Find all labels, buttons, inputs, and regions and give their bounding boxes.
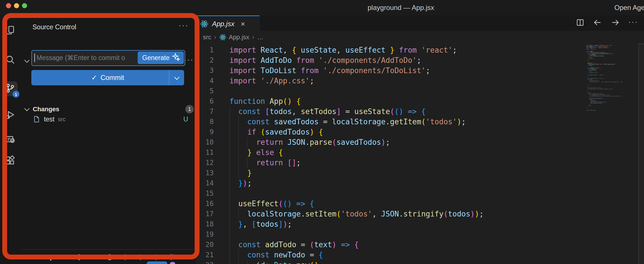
chevron-down-icon bbox=[24, 106, 29, 111]
minimize-window-button[interactable] bbox=[14, 3, 19, 8]
auto-branch-label[interactable]: Auto bbox=[86, 254, 98, 261]
background-window-edge bbox=[638, 44, 644, 264]
code-line[interactable]: 6function App() { bbox=[196, 96, 484, 106]
line-number: 15 bbox=[196, 188, 214, 199]
navigate-forward-icon[interactable] bbox=[611, 18, 620, 28]
git-status-untracked: U bbox=[183, 116, 188, 123]
line-number: 21 bbox=[196, 250, 214, 260]
changes-count-badge: 1 bbox=[185, 105, 194, 114]
avatar-sliver bbox=[170, 262, 175, 264]
tab-app-jsx[interactable]: App.jsx × bbox=[196, 15, 260, 32]
check-icon: ✓ bbox=[91, 74, 97, 82]
branch-icon[interactable] bbox=[77, 253, 84, 261]
line-number: 3 bbox=[196, 65, 214, 76]
activity-bar: 1 bbox=[0, 15, 21, 264]
code-line[interactable]: 11 } else { bbox=[196, 147, 484, 158]
section-label: Graph bbox=[39, 253, 58, 261]
code-line[interactable]: 3import ToDoList from './components/ToDo… bbox=[196, 65, 484, 76]
tab-label: App.jsx bbox=[212, 20, 235, 28]
breadcrumb-file[interactable]: App.jsx bbox=[229, 34, 249, 41]
changes-tree-header[interactable]: Changes 1 bbox=[21, 104, 201, 114]
breadcrumb: src › App.jsx › … bbox=[196, 31, 644, 44]
file-icon bbox=[32, 115, 40, 123]
react-icon bbox=[219, 34, 227, 41]
search-icon bbox=[5, 54, 16, 67]
zoom-window-button[interactable] bbox=[22, 3, 27, 8]
debug-icon bbox=[5, 109, 16, 122]
navigate-back-icon[interactable] bbox=[593, 18, 602, 28]
code-line[interactable]: 2import AddToDo from './components/AddTo… bbox=[196, 55, 484, 65]
code-line[interactable]: 21 const newTodo = { bbox=[196, 250, 484, 260]
panel-more-actions-icon[interactable]: ··· bbox=[179, 24, 189, 27]
code-line[interactable]: 14 }); bbox=[196, 178, 484, 188]
line-number: 6 bbox=[196, 96, 214, 106]
sidebar-item-search[interactable] bbox=[3, 53, 18, 68]
close-window-button[interactable] bbox=[6, 3, 11, 8]
line-number: 1 bbox=[196, 45, 214, 55]
source-control-panel: Source Control ··· Changes ··· Message (… bbox=[21, 15, 197, 264]
code-line[interactable]: 17 localStorage.setItem('todos', JSON.st… bbox=[196, 209, 484, 219]
code-line[interactable]: 19 bbox=[196, 229, 484, 240]
section-label: Changes bbox=[33, 106, 59, 113]
commit-button[interactable]: ✓ Commit bbox=[31, 70, 184, 85]
code-line[interactable]: 1import React, { useState, useEffect } f… bbox=[196, 45, 484, 55]
graph-section-header[interactable]: Graph Auto bbox=[21, 249, 196, 264]
generate-commit-message-button[interactable]: Generate bbox=[138, 51, 184, 64]
commit-message-input[interactable]: Message (⌘Enter to commit o Generate bbox=[31, 50, 185, 66]
more-actions-icon[interactable]: ··· bbox=[628, 20, 638, 23]
refresh-icon[interactable] bbox=[167, 253, 175, 261]
minimap-content: import React, { useState, useEffect } fr… bbox=[586, 45, 631, 111]
close-tab-icon[interactable]: × bbox=[241, 20, 245, 28]
code-line[interactable]: 12 return []; bbox=[196, 158, 484, 168]
sidebar-item-extensions[interactable] bbox=[3, 154, 18, 168]
pull-icon[interactable] bbox=[136, 253, 144, 261]
code-line[interactable]: 18 }, [todos]); bbox=[196, 219, 484, 229]
line-number: 7 bbox=[196, 106, 214, 117]
sidebar-item-remote-explorer[interactable] bbox=[3, 133, 18, 147]
code-editor[interactable]: 1import React, { useState, useEffect } f… bbox=[196, 44, 644, 264]
code-line[interactable]: 9 if (savedTodos) { bbox=[196, 127, 484, 137]
titlebar: playground — App.jsx Open Age bbox=[0, 0, 644, 15]
breadcrumb-src[interactable]: src bbox=[203, 34, 211, 41]
code-lines: 1import React, { useState, useEffect } f… bbox=[196, 45, 484, 264]
line-number: 22 bbox=[196, 260, 214, 264]
section-more-actions-icon[interactable]: ··· bbox=[184, 58, 194, 61]
code-line[interactable]: 4import './App.css'; bbox=[196, 76, 484, 86]
changed-file-row[interactable]: test src U bbox=[21, 114, 196, 125]
fetch-icon[interactable] bbox=[121, 253, 129, 261]
scm-count-badge: 1 bbox=[13, 91, 19, 98]
code-line[interactable]: 10 return JSON.parse(savedTodos); bbox=[196, 137, 484, 147]
commit-dropdown-button[interactable] bbox=[169, 70, 184, 85]
code-line[interactable]: 7 const [todos, setTodos] = useState(() … bbox=[196, 106, 484, 117]
line-number: 20 bbox=[196, 240, 214, 250]
line-number: 4 bbox=[196, 76, 214, 86]
line-number: 10 bbox=[196, 137, 214, 147]
code-line[interactable]: 20 const addTodo = (text) => { bbox=[196, 240, 484, 250]
line-number: 17 bbox=[196, 209, 214, 219]
line-number: 19 bbox=[196, 229, 214, 240]
code-line[interactable]: 8 const savedTodos = localStorage.getIte… bbox=[196, 117, 484, 127]
files-icon bbox=[5, 24, 16, 37]
text-caret bbox=[34, 53, 35, 62]
push-icon[interactable] bbox=[152, 253, 160, 261]
line-number: 14 bbox=[196, 178, 214, 188]
target-icon[interactable] bbox=[106, 253, 114, 261]
sidebar-item-source-control[interactable]: 1 bbox=[3, 81, 18, 96]
editor-tab-bar: App.jsx × ··· bbox=[196, 15, 644, 31]
file-name: test bbox=[44, 116, 54, 123]
react-icon bbox=[200, 20, 209, 28]
breadcrumb-symbol[interactable]: … bbox=[257, 34, 263, 41]
line-number: 9 bbox=[196, 127, 214, 137]
sparkle-icon bbox=[172, 53, 180, 63]
code-line[interactable]: 13 } bbox=[196, 168, 484, 178]
minimap[interactable]: import React, { useState, useEffect } fr… bbox=[586, 45, 631, 113]
sidebar-item-explorer[interactable] bbox=[3, 23, 18, 38]
extensions-icon bbox=[5, 155, 16, 167]
split-editor-icon[interactable] bbox=[576, 18, 584, 28]
sidebar-item-run-debug[interactable] bbox=[3, 108, 18, 123]
code-line[interactable]: 16 useEffect(() => { bbox=[196, 199, 484, 209]
commit-label: Commit bbox=[101, 74, 124, 82]
code-line[interactable]: 22 id: Date.now(), bbox=[196, 260, 484, 264]
code-line[interactable]: 5 bbox=[196, 86, 484, 96]
code-line[interactable]: 15 bbox=[196, 188, 484, 199]
